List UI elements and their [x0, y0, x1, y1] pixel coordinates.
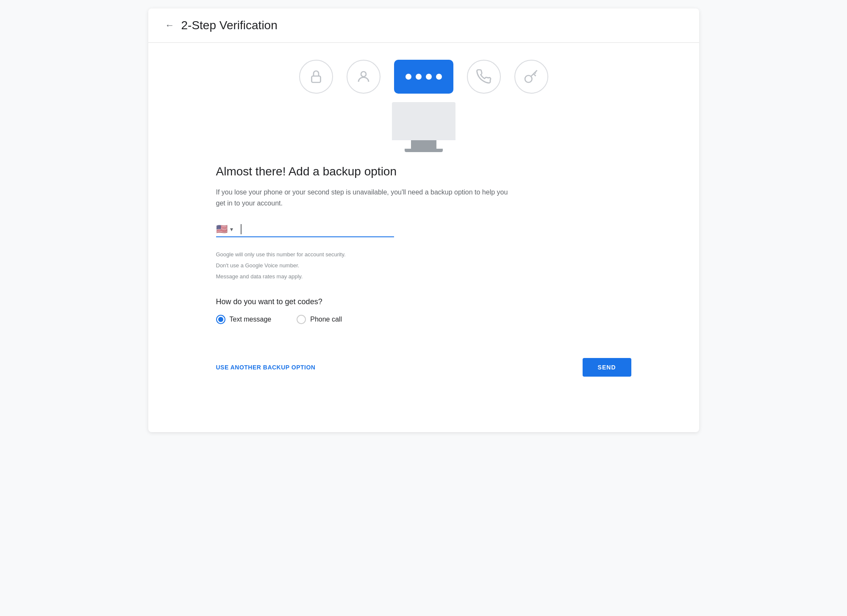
codes-heading: How do you want to get codes? — [216, 297, 631, 306]
phone-call-label: Phone call — [310, 316, 342, 323]
key-icon — [514, 60, 548, 94]
phone-number-input[interactable] — [246, 225, 394, 233]
page-title: 2-Step Verification — [181, 19, 278, 32]
dot1 — [405, 74, 411, 80]
svg-rect-0 — [311, 76, 320, 83]
text-message-radio[interactable] — [216, 315, 225, 324]
description-text: If you lose your phone or your second st… — [216, 187, 513, 208]
monitor-base — [405, 149, 443, 152]
grid-icon — [394, 60, 453, 94]
svg-point-2 — [525, 75, 532, 83]
country-selector[interactable]: 🇺🇸 ▾ — [216, 224, 236, 235]
send-button[interactable]: SEND — [583, 358, 631, 377]
monitor-stand — [411, 140, 436, 149]
main-content: Almost there! Add a backup option If you… — [148, 43, 699, 402]
radio-inner-selected — [218, 317, 223, 322]
phone-input-row: 🇺🇸 ▾ — [216, 224, 394, 237]
text-message-option[interactable]: Text message — [216, 315, 272, 324]
monitor-illustration — [216, 102, 631, 152]
phone-divider — [241, 224, 242, 234]
icon-strip — [216, 43, 631, 102]
use-another-backup-button[interactable]: USE ANOTHER BACKUP OPTION — [216, 364, 316, 371]
page-container: ← 2-Step Verification — [148, 8, 699, 432]
dropdown-arrow-icon: ▾ — [230, 226, 233, 233]
radio-group: Text message Phone call — [216, 315, 631, 324]
back-button[interactable]: ← — [165, 20, 175, 31]
person-icon — [347, 60, 380, 94]
dot4 — [436, 74, 442, 80]
country-flag: 🇺🇸 — [216, 224, 228, 235]
main-heading: Almost there! Add a backup option — [216, 165, 631, 178]
phone-call-radio[interactable] — [297, 315, 306, 324]
monitor-screen — [392, 102, 455, 140]
text-message-label: Text message — [230, 316, 272, 323]
disclaimer-line-3: Message and data rates may apply. — [216, 271, 631, 282]
header: ← 2-Step Verification — [148, 8, 699, 43]
disclaimer-line-1: Google will only use this number for acc… — [216, 249, 631, 260]
lock-icon — [299, 60, 333, 94]
phone-icon — [467, 60, 501, 94]
monitor — [392, 102, 455, 152]
disclaimer: Google will only use this number for acc… — [216, 249, 631, 282]
dot3 — [426, 74, 432, 80]
svg-point-1 — [361, 72, 366, 77]
disclaimer-line-2: Don't use a Google Voice number. — [216, 260, 631, 271]
phone-call-option[interactable]: Phone call — [297, 315, 342, 324]
dot2 — [416, 74, 422, 80]
footer-actions: USE ANOTHER BACKUP OPTION SEND — [216, 350, 631, 377]
